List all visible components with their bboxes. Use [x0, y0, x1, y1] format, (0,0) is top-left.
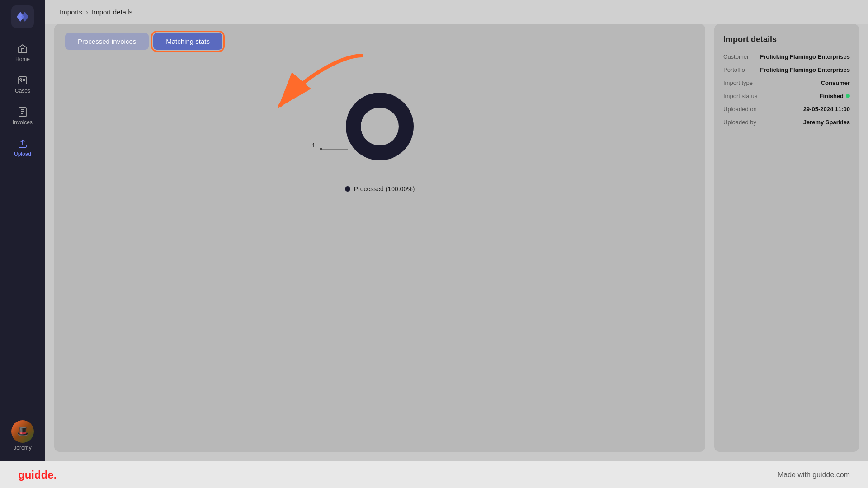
footer-logo: guidde.	[18, 469, 57, 481]
tabs-container: Processed invoices Matching stats	[65, 33, 694, 50]
status-dot-icon	[846, 94, 850, 98]
detail-label-portfolio: Portoflio	[723, 66, 745, 73]
detail-row-uploaded-by: Uploaded by Jeremy Sparkles	[723, 119, 850, 126]
sidebar-item-invoices-label: Invoices	[13, 119, 33, 126]
avatar[interactable]: 🎩	[11, 420, 34, 443]
username-label: Jeremy	[14, 445, 31, 451]
detail-value-customer: Frolicking Flamingo Enterprises	[760, 53, 850, 60]
sidebar-item-cases[interactable]: Cases	[0, 69, 45, 100]
detail-value-uploaded-on: 29-05-2024 11:00	[803, 106, 850, 113]
detail-label-customer: Customer	[723, 53, 749, 60]
footer-tagline: Made with guidde.com	[778, 471, 850, 479]
breadcrumb-current: Import details	[92, 8, 132, 16]
detail-row-portfolio: Portoflio Frolicking Flamingo Enterprise…	[723, 66, 850, 73]
detail-value-import-status: Finished	[820, 93, 850, 99]
svg-rect-3	[19, 108, 26, 117]
panel-title: Import details	[723, 35, 850, 44]
svg-text:1: 1	[312, 142, 315, 149]
legend-label: Processed (100.00%)	[354, 185, 415, 192]
detail-label-uploaded-by: Uploaded by	[723, 119, 756, 126]
main-content: Imports › Import details Processed invoi…	[45, 0, 868, 461]
donut-chart: 1	[335, 81, 425, 172]
sidebar-item-invoices[interactable]: Invoices	[0, 100, 45, 132]
content-area: Processed invoices Matching stats	[45, 24, 868, 461]
app-logo[interactable]	[11, 5, 34, 28]
main-card: Processed invoices Matching stats	[54, 24, 705, 452]
sidebar-item-upload-label: Upload	[14, 151, 31, 157]
status-finished-text: Finished	[820, 93, 844, 99]
breadcrumb-chevron-icon: ›	[86, 8, 88, 16]
detail-row-uploaded-on: Uploaded on 29-05-2024 11:00	[723, 106, 850, 113]
footer-logo-text: guidde.	[18, 469, 57, 481]
svg-point-8	[320, 148, 322, 150]
detail-value-import-type: Consumer	[821, 80, 850, 86]
detail-row-customer: Customer Frolicking Flamingo Enterprises	[723, 53, 850, 60]
detail-label-import-status: Import status	[723, 93, 757, 99]
svg-rect-1	[19, 77, 27, 84]
sidebar-item-upload[interactable]: Upload	[0, 132, 45, 164]
sidebar-item-cases-label: Cases	[15, 88, 30, 94]
chart-area: 1 Processed (100.00%)	[65, 63, 694, 202]
svg-point-6	[361, 108, 399, 145]
tab-matching-stats[interactable]: Matching stats	[153, 33, 222, 50]
svg-point-2	[20, 79, 22, 80]
footer: guidde. Made with guidde.com	[0, 461, 868, 488]
detail-label-uploaded-on: Uploaded on	[723, 106, 757, 113]
sidebar: Home Cases Invoices Upload �	[0, 0, 45, 461]
detail-value-portfolio: Frolicking Flamingo Enterprises	[760, 66, 850, 73]
chart-legend: Processed (100.00%)	[345, 185, 415, 192]
detail-row-import-status: Import status Finished	[723, 93, 850, 99]
legend-dot	[345, 186, 350, 192]
right-panel: Import details Customer Frolicking Flami…	[714, 24, 859, 452]
detail-row-import-type: Import type Consumer	[723, 80, 850, 86]
breadcrumb-imports[interactable]: Imports	[60, 8, 82, 16]
tab-processed-invoices[interactable]: Processed invoices	[65, 33, 149, 50]
detail-value-uploaded-by: Jeremy Sparkles	[803, 119, 850, 126]
breadcrumb: Imports › Import details	[45, 0, 868, 24]
detail-label-import-type: Import type	[723, 80, 753, 86]
sidebar-item-home-label: Home	[15, 56, 30, 62]
sidebar-item-home[interactable]: Home	[0, 37, 45, 69]
